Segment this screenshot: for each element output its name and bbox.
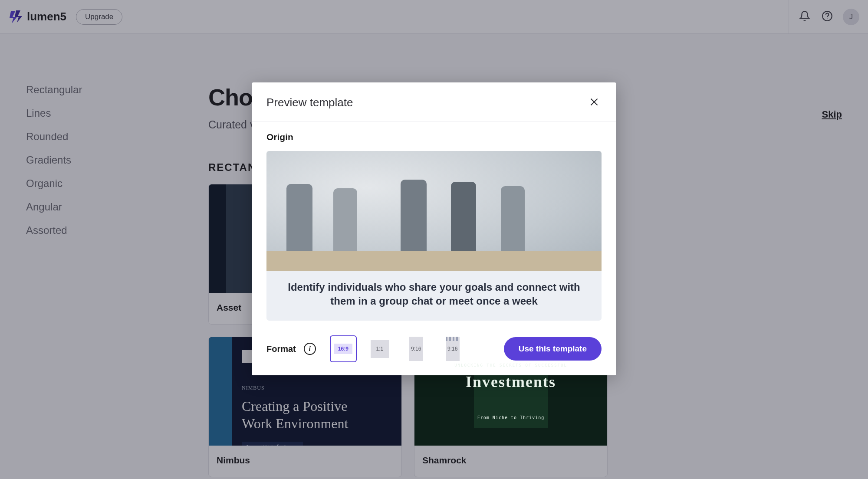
modal-close-button[interactable] <box>587 95 602 111</box>
info-icon[interactable]: i <box>304 343 316 355</box>
ratio-label: 9:16 <box>446 337 460 361</box>
preview-caption-text: Identify individuals who share your goal… <box>282 280 586 308</box>
use-this-template-button[interactable]: Use this template <box>504 337 602 361</box>
preview-hero-image <box>266 151 602 271</box>
aspect-ratio-group: 16:9 1:1 9:16 9:16 <box>330 335 466 362</box>
preview-caption: Identify individuals who share your goal… <box>266 271 602 321</box>
modal-footer: Format i 16:9 1:1 9:16 9:16 Use this tem… <box>266 335 602 362</box>
thumb-kicker: UNLOCKING THE SECRETS OF SUCCESSFUL <box>454 363 567 367</box>
format-label: Format <box>266 344 296 354</box>
ratio-label: 16:9 <box>334 344 352 354</box>
ratio-option-16-9[interactable]: 16:9 <box>330 335 357 362</box>
ratio-option-9-16-alt[interactable]: 9:16 <box>439 335 466 362</box>
ratio-label: 1:1 <box>371 340 389 358</box>
ratio-option-9-16[interactable]: 9:16 <box>403 335 430 362</box>
ratio-label: 9:16 <box>409 337 423 361</box>
preview-template-modal: Preview template Origin Identify individ… <box>252 82 616 375</box>
close-icon <box>589 102 600 109</box>
thumb-headline: Investments <box>466 373 556 391</box>
modal-body: Origin Identify individuals who share yo… <box>252 121 616 375</box>
ratio-option-1-1[interactable]: 1:1 <box>366 335 393 362</box>
modal-header: Preview template <box>252 82 616 121</box>
thumb-sub: From Niche to Thriving <box>477 415 544 420</box>
modal-title: Preview template <box>266 96 353 109</box>
preview-template-name: Origin <box>266 132 602 142</box>
template-preview: Identify individuals who share your goal… <box>266 151 602 321</box>
